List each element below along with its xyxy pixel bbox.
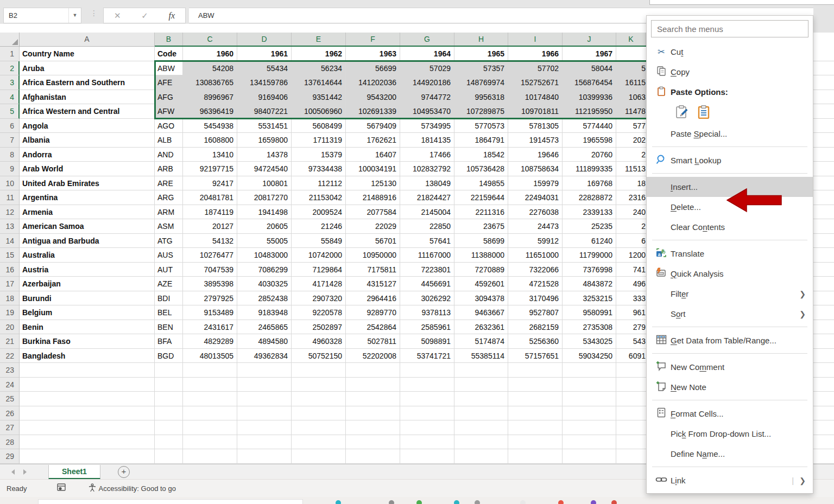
row-header-13[interactable]: 13 [0,219,20,234]
grid-cell[interactable]: 24473 [508,219,563,234]
grid-cell[interactable] [346,449,400,464]
grid-cell[interactable]: 1966 [508,47,563,61]
grid-cell[interactable]: 152752671 [508,75,563,90]
grid-cell[interactable]: Africa Eastern and Southern [20,75,155,90]
grid-cell[interactable]: 141202036 [346,75,400,90]
grid-cell[interactable]: Armenia [20,205,155,220]
grid-cell[interactable]: 21824427 [400,190,454,205]
grid-cell[interactable]: 59034250 [563,349,616,363]
grid-cell[interactable]: 2431617 [183,320,237,335]
menu-item-link[interactable]: Link|❯ [647,470,813,490]
grid-cell[interactable]: 3895398 [183,277,237,291]
grid-cell[interactable]: 54208 [183,61,237,76]
grid-cell[interactable] [346,420,400,435]
grid-cell[interactable]: 7086299 [237,263,292,277]
grid-cell[interactable] [616,406,646,421]
grid-cell[interactable] [563,363,616,378]
row-header-29[interactable]: 29 [0,449,20,464]
menu-item-paste-special[interactable]: Paste Special... [647,124,813,144]
grid-cell[interactable] [508,363,563,378]
grid-cell[interactable] [155,435,183,450]
grid-cell[interactable]: 57641 [400,234,454,248]
grid-cell[interactable]: 240 [616,205,646,220]
grid-cell[interactable]: AFW [155,104,183,119]
grid-cell[interactable]: 20817270 [237,190,292,205]
grid-cell[interactable] [292,392,346,406]
grid-cell[interactable] [454,392,508,406]
grid-cell[interactable]: 125130 [346,176,400,191]
enter-icon[interactable]: ✓ [141,11,148,21]
name-box-dropdown-icon[interactable]: ▼ [68,8,81,23]
grid-cell[interactable]: 10483000 [237,248,292,263]
grid-cell[interactable]: Afghanistan [20,90,155,105]
grid-cell[interactable]: 2735308 [563,320,616,335]
column-header-E[interactable]: E [292,33,346,47]
menu-item-quick-analysis[interactable]: Quick Analysis [647,264,813,284]
grid-cell[interactable]: 156876454 [563,75,616,90]
grid-cell[interactable]: United Arab Emirates [20,176,155,191]
grid-cell[interactable]: 17466 [400,148,454,162]
grid-cell[interactable]: Andorra [20,148,155,162]
grid-cell[interactable]: 22850 [400,219,454,234]
grid-cell[interactable]: 22494031 [508,190,563,205]
grid-cell[interactable]: 9169406 [237,90,292,105]
grid-cell[interactable]: 5679409 [346,119,400,133]
grid-cell[interactable]: ARE [155,176,183,191]
grid-cell[interactable]: 20127 [183,219,237,234]
grid-cell[interactable]: American Samoa [20,219,155,234]
grid-cell[interactable]: ARG [155,190,183,205]
grid-cell[interactable] [183,449,237,464]
grid-cell[interactable]: 102691339 [346,104,400,119]
grid-cell[interactable]: 1962 [292,47,346,61]
grid-cell[interactable]: 4894580 [237,334,292,349]
grid-cell[interactable] [20,392,155,406]
grid-cell[interactable]: BGD [155,349,183,363]
grid-cell[interactable] [292,406,346,421]
row-header-10[interactable]: 10 [0,176,20,191]
grid-cell[interactable]: 2852438 [237,291,292,306]
grid-cell[interactable]: 1960 [183,47,237,61]
grid-cell[interactable]: 144920186 [400,75,454,90]
grid-cell[interactable]: 159979 [508,176,563,191]
row-header-2[interactable]: 2 [0,61,20,76]
grid-cell[interactable]: Country Name [20,47,155,61]
grid-cell[interactable]: 21153042 [292,190,346,205]
grid-cell[interactable]: 1963 [346,47,400,61]
grid-cell[interactable]: AND [155,148,183,162]
grid-cell[interactable]: 5531451 [237,119,292,133]
grid-cell[interactable]: BEN [155,320,183,335]
grid-cell[interactable]: ARM [155,205,183,220]
grid-cell[interactable]: 9183948 [237,305,292,320]
grid-cell[interactable] [346,363,400,378]
grid-cell[interactable]: 5781305 [508,119,563,133]
grid-cell[interactable]: 19646 [508,148,563,162]
grid-cell[interactable] [155,363,183,378]
grid-cell[interactable]: 2 [616,148,646,162]
grid-cell[interactable] [183,406,237,421]
grid-cell[interactable]: 16407 [346,148,400,162]
grid-cell[interactable]: 112195950 [563,104,616,119]
row-header-23[interactable]: 23 [0,363,20,378]
grid-cell[interactable] [155,406,183,421]
row-header-24[interactable]: 24 [0,378,20,392]
row-header-4[interactable]: 4 [0,90,20,105]
menu-search-input[interactable]: Search the menus [651,20,808,37]
column-header-B[interactable]: B [155,33,183,47]
grid-cell[interactable]: 16115 [616,75,646,90]
grid-cell[interactable]: 11478 [616,104,646,119]
grid-cell[interactable]: 108758634 [508,162,563,176]
grid-cell[interactable]: 55434 [237,61,292,76]
grid-cell[interactable]: Arab World [20,162,155,176]
grid-cell[interactable]: 92197715 [183,162,237,176]
grid-cell[interactable]: 7175811 [346,263,400,277]
menu-item-define-name[interactable]: Define Name... [647,444,813,464]
grid-cell[interactable] [616,378,646,392]
grid-cell[interactable] [183,392,237,406]
grid-cell[interactable]: 5343025 [563,334,616,349]
grid-cell[interactable]: 20481781 [183,190,237,205]
grid-cell[interactable]: 543 [616,334,646,349]
grid-cell[interactable]: BEL [155,305,183,320]
sheet-tab-sheet1[interactable]: Sheet1 [48,465,100,480]
grid-cell[interactable]: 6091 [616,349,646,363]
grid-cell[interactable]: 53741721 [400,349,454,363]
